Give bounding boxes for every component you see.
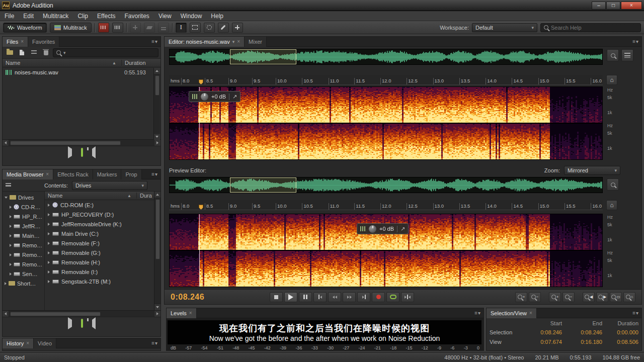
pause-button[interactable] bbox=[299, 292, 312, 302]
razor-tool[interactable] bbox=[144, 23, 155, 33]
close-icon[interactable]: × bbox=[26, 340, 29, 346]
overview-view-selection[interactable] bbox=[230, 177, 296, 193]
tree-item[interactable]: Main… bbox=[3, 231, 44, 240]
expander-icon[interactable] bbox=[48, 251, 50, 254]
expander-icon[interactable] bbox=[10, 215, 12, 218]
time-selection-tool[interactable]: I bbox=[176, 23, 187, 33]
home-button[interactable]: ⌂ bbox=[606, 200, 617, 210]
media-horizontal-scrollbar[interactable] bbox=[3, 310, 160, 317]
tree-root-drives[interactable]: Drives bbox=[3, 193, 44, 202]
drive-row[interactable]: Removable (I:) bbox=[45, 267, 160, 277]
menu-item[interactable]: Favorites bbox=[120, 11, 154, 21]
expander-icon[interactable] bbox=[48, 280, 50, 283]
menu-item[interactable]: Multitrack bbox=[38, 11, 73, 21]
tab-selection-view[interactable]: Selection/View× bbox=[487, 308, 537, 318]
preview-play-button[interactable] bbox=[68, 320, 72, 327]
pin-icon[interactable]: ↗ bbox=[229, 94, 237, 100]
drive-row[interactable]: Removable (H:) bbox=[45, 257, 160, 267]
spectrogram-channel-right[interactable] bbox=[170, 251, 602, 287]
media-column-header[interactable]: Name ▲ Dura bbox=[45, 192, 160, 200]
contents-dropdown[interactable]: Drives ▾ bbox=[72, 181, 147, 190]
playhead-line[interactable] bbox=[199, 214, 200, 287]
auto-play-button[interactable] bbox=[92, 149, 96, 156]
overview-view-selection[interactable] bbox=[230, 49, 296, 64]
zoom-out-horizontal-button[interactable]: − bbox=[562, 292, 575, 302]
zoom-in-horizontal-button[interactable]: + bbox=[549, 292, 561, 302]
import-file-button[interactable] bbox=[17, 48, 27, 57]
go-to-end-button[interactable] bbox=[357, 292, 370, 302]
multitrack-view-button[interactable]: Multitrack bbox=[50, 23, 92, 33]
panel-menu-icon[interactable]: ≡▾ bbox=[472, 310, 484, 316]
tree-item[interactable]: CD-R… bbox=[3, 202, 44, 212]
volume-knob[interactable] bbox=[369, 225, 376, 233]
timeline-ruler-preview[interactable]: hms 8.08.59.09.510.010.511.011.512.012.5… bbox=[169, 200, 603, 210]
loop-preview-button[interactable] bbox=[81, 149, 83, 156]
expander-icon[interactable] bbox=[10, 234, 12, 237]
editor-layout-button[interactable] bbox=[621, 49, 633, 61]
tab-levels[interactable]: Levels× bbox=[167, 308, 197, 318]
menu-item[interactable]: Edit bbox=[19, 11, 38, 21]
tab-video[interactable]: Video bbox=[34, 338, 56, 348]
expander-icon[interactable] bbox=[48, 270, 50, 274]
search-help-input[interactable] bbox=[551, 25, 637, 31]
expander-icon[interactable] bbox=[48, 232, 50, 235]
panel-menu-icon[interactable]: ≡▾ bbox=[630, 39, 641, 44]
expander-icon[interactable] bbox=[10, 263, 12, 266]
file-row[interactable]: noises-music.wav 0:55.193 bbox=[3, 67, 160, 77]
drive-row[interactable]: CD-ROM (E:) bbox=[45, 200, 160, 210]
tab-properties[interactable]: Prop bbox=[121, 169, 141, 179]
drive-row[interactable]: HP_RECOVERY (D:) bbox=[45, 210, 160, 219]
chevron-down-icon[interactable]: ▾ bbox=[232, 39, 235, 44]
fast-forward-button[interactable] bbox=[343, 292, 356, 302]
expander-icon[interactable] bbox=[10, 225, 12, 228]
tab-files[interactable]: Files× bbox=[3, 37, 28, 47]
expander-icon[interactable] bbox=[48, 223, 50, 226]
scroll-down-icon[interactable] bbox=[154, 304, 160, 310]
drive-row[interactable]: JeffRemovableDrive (K:) bbox=[45, 219, 160, 229]
expander-icon[interactable] bbox=[5, 197, 8, 199]
stop-button[interactable] bbox=[270, 292, 283, 302]
scrollbar-thumb[interactable] bbox=[10, 141, 121, 145]
delete-button[interactable] bbox=[41, 48, 51, 57]
panel-menu-icon[interactable]: ≡▾ bbox=[149, 340, 160, 346]
drive-row[interactable]: Removable (G:) bbox=[45, 248, 160, 257]
close-icon[interactable]: × bbox=[46, 171, 49, 177]
menu-item[interactable]: Clip bbox=[73, 11, 93, 21]
zoom-out-button[interactable]: − bbox=[529, 292, 541, 302]
scrollbar-thumb[interactable] bbox=[155, 75, 159, 96]
search-help-box[interactable] bbox=[540, 23, 641, 32]
spectrogram-channel-right[interactable] bbox=[170, 124, 602, 159]
insert-into-multitrack-button[interactable] bbox=[29, 48, 39, 57]
zoom-in-out-point-button[interactable]: ▶ bbox=[596, 292, 608, 302]
tab-history[interactable]: History× bbox=[3, 338, 34, 348]
move-tool[interactable] bbox=[130, 23, 141, 33]
menu-item[interactable]: Help bbox=[206, 11, 228, 21]
expander-icon[interactable] bbox=[48, 242, 50, 245]
scroll-up-icon[interactable] bbox=[154, 68, 160, 74]
files-search-box[interactable]: ▾ bbox=[53, 48, 158, 57]
expander-icon[interactable] bbox=[10, 253, 12, 256]
tree-item[interactable]: Remo… bbox=[3, 250, 44, 259]
menu-item[interactable]: View bbox=[154, 11, 176, 21]
pin-icon[interactable]: ↗ bbox=[397, 226, 405, 232]
spectral-frequency-display-toggle[interactable] bbox=[98, 23, 109, 33]
scroll-right-icon[interactable] bbox=[154, 311, 160, 317]
zoom-out-full-button[interactable]: ⌂ bbox=[623, 292, 635, 302]
panel-menu-icon[interactable]: ≡▾ bbox=[630, 310, 641, 316]
spectral-pitch-display-toggle[interactable] bbox=[112, 23, 123, 33]
zoom-to-selection-button[interactable]: ▭ bbox=[610, 292, 622, 302]
drive-row[interactable]: Removable (F:) bbox=[45, 238, 160, 248]
slip-tool[interactable] bbox=[158, 23, 169, 33]
tree-item[interactable]: JeffR… bbox=[3, 221, 44, 231]
menu-item[interactable]: Window bbox=[176, 11, 207, 21]
zoom-in-button[interactable]: + bbox=[515, 292, 527, 302]
tab-media-browser[interactable]: Media Browser× bbox=[3, 169, 53, 179]
preview-play-button[interactable] bbox=[68, 149, 72, 156]
overview-zoom-button[interactable] bbox=[607, 49, 619, 61]
expander-icon[interactable] bbox=[48, 261, 50, 264]
close-icon[interactable]: × bbox=[189, 310, 192, 316]
media-vertical-scrollbar[interactable] bbox=[154, 192, 160, 310]
scrollbar-thumb[interactable] bbox=[155, 199, 160, 259]
files-search-input[interactable] bbox=[68, 50, 155, 56]
zoom-mode-dropdown[interactable]: Mirrored ▾ bbox=[564, 166, 620, 175]
